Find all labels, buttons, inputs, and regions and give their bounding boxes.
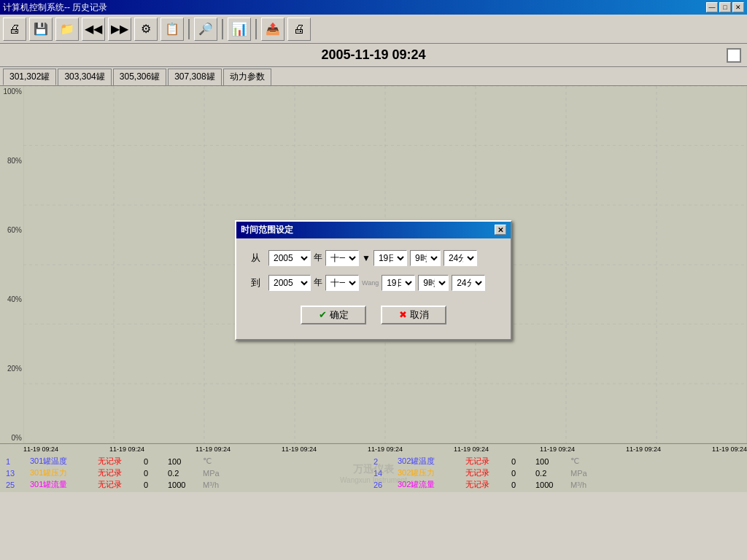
dialog-body: 从 2005 年 十一 ▼ 19日 9时 24分	[236, 238, 511, 339]
from-month-select[interactable]: 十一	[325, 250, 359, 266]
from-min-select[interactable]: 24分	[444, 250, 477, 266]
to-row: 到 2005 年 十一 Wang 19日 9时 24分	[251, 275, 496, 291]
to-year-unit: 年	[314, 276, 322, 289]
from-row: 从 2005 年 十一 ▼ 19日 9时 24分	[251, 250, 496, 266]
time-range-dialog: 时间范围设定 ✕ 从 2005 年 十一 ▼ 19日 9时	[235, 220, 512, 341]
cancel-icon: ✖	[399, 309, 407, 320]
to-day-select[interactable]: 19日	[382, 275, 415, 291]
to-label: 到	[251, 276, 266, 289]
dialog-close-button[interactable]: ✕	[495, 225, 506, 235]
cancel-button[interactable]: ✖ 取消	[381, 306, 446, 324]
to-year-select[interactable]: 2005	[268, 275, 311, 291]
from-year-select[interactable]: 2005	[268, 250, 311, 266]
from-day-select[interactable]: 19日	[374, 250, 407, 266]
from-year-unit: 年	[314, 252, 322, 264]
dialog-titlebar: 时间范围设定 ✕	[236, 222, 511, 238]
dialog-title: 时间范围设定	[241, 224, 293, 236]
to-min-select[interactable]: 24分	[452, 275, 485, 291]
to-month-unit: Wang	[362, 279, 379, 287]
dialog-buttons: ✔ 确定 ✖ 取消	[251, 300, 496, 327]
to-hour-select[interactable]: 9时	[418, 275, 449, 291]
from-hour-select[interactable]: 9时	[410, 250, 441, 266]
dialog-overlay: 时间范围设定 ✕ 从 2005 年 十一 ▼ 19日 9时	[0, 0, 747, 560]
ok-icon: ✔	[319, 309, 327, 320]
from-month-unit: ▼	[362, 253, 371, 263]
to-month-select[interactable]: 十一	[325, 275, 359, 291]
cancel-label: 取消	[410, 308, 429, 322]
ok-button[interactable]: ✔ 确定	[301, 306, 366, 324]
from-label: 从	[251, 252, 266, 265]
ok-label: 确定	[330, 308, 349, 322]
